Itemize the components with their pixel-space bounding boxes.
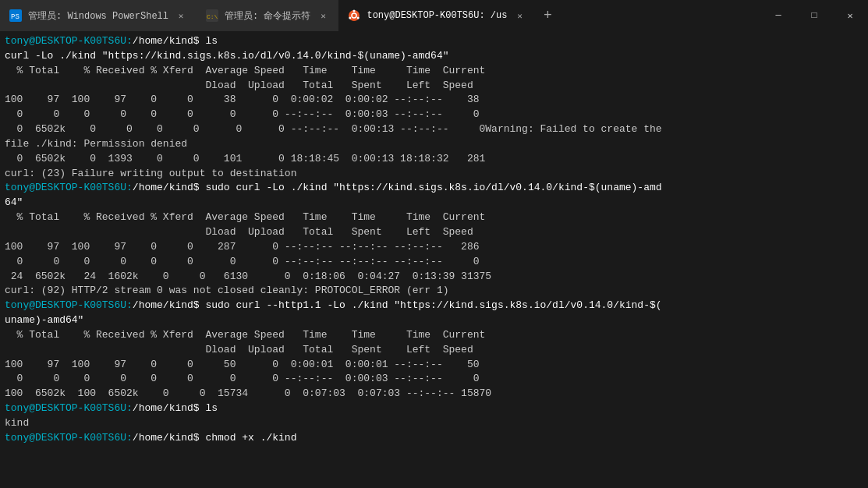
terminal-line-21: % Total % Received % Xferd Average Speed… xyxy=(5,328,863,343)
terminal-line-22: Dload Upload Total Spent Left Speed xyxy=(5,343,863,358)
terminal-line-3: % Total % Received % Xferd Average Speed… xyxy=(5,64,863,79)
terminal-line-20: uname)-amd64" xyxy=(5,313,863,328)
svg-point-8 xyxy=(349,17,352,19)
terminal-line-10: curl: (23) Failure writing output to des… xyxy=(5,167,863,182)
tab-cmd-close[interactable]: ✕ xyxy=(317,9,329,22)
svg-text:PS: PS xyxy=(11,13,19,21)
tab-ubuntu-label: tony@DESKTOP-K00TS6U: /us xyxy=(367,10,507,21)
terminal-line-8: file ./kind: Permission denied xyxy=(5,137,863,152)
ubuntu-icon xyxy=(348,9,360,22)
maximize-icon: □ xyxy=(811,10,817,21)
svg-point-7 xyxy=(357,17,360,19)
terminal-line-14: Dload Upload Total Spent Left Speed xyxy=(5,225,863,240)
terminal-line-26: tony@DESKTOP-K00TS6U:/home/kind$ ls xyxy=(5,401,863,416)
terminal-line-18: curl: (92) HTTP/2 stream 0 was not close… xyxy=(5,284,863,299)
close-icon: ✕ xyxy=(847,10,852,22)
svg-point-6 xyxy=(353,10,356,12)
terminal-line-27: kind xyxy=(5,416,863,431)
powershell-icon: PS xyxy=(9,9,22,22)
terminal-line-15: 100 97 100 97 0 0 287 0 --:--:-- --:--:-… xyxy=(5,240,863,255)
terminal-line-6: 0 0 0 0 0 0 0 0 --:--:-- 0:00:03 --:--:-… xyxy=(5,108,863,122)
terminal-line-7: 0 6502k 0 0 0 0 0 0 --:--:-- 0:00:13 --:… xyxy=(5,122,863,137)
minimize-icon: ─ xyxy=(775,10,781,21)
terminal-line-23: 100 97 100 97 0 0 50 0 0:00:01 0:00:01 -… xyxy=(5,358,863,373)
tab-ubuntu-close[interactable]: ✕ xyxy=(513,9,526,22)
terminal-line-9: 0 6502k 0 1393 0 0 101 0 18:18:45 0:00:1… xyxy=(5,152,863,167)
terminal-line-11: tony@DESKTOP-K00TS6U:/home/kind$ sudo cu… xyxy=(5,181,863,196)
tab-powershell-label: 管理员: Windows PowerShell xyxy=(28,9,168,23)
maximize-button[interactable]: □ xyxy=(796,0,832,31)
close-button[interactable]: ✕ xyxy=(832,0,868,31)
titlebar: PS 管理员: Windows PowerShell ✕ C:\ 管理员: 命令… xyxy=(0,0,868,31)
svg-text:C:\: C:\ xyxy=(207,13,218,20)
terminal-line-1: tony@DESKTOP-K00TS6U:/home/kind$ ls xyxy=(5,34,863,49)
minimize-button[interactable]: ─ xyxy=(760,0,796,31)
tab-powershell[interactable]: PS 管理员: Windows PowerShell ✕ xyxy=(0,0,197,31)
add-tab-button[interactable]: + xyxy=(535,3,560,28)
terminal-line-17: 24 6502k 24 1602k 0 0 6130 0 0:18:06 0:0… xyxy=(5,270,863,285)
terminal-line-24: 0 0 0 0 0 0 0 0 --:--:-- 0:00:03 --:--:-… xyxy=(5,372,863,387)
tab-cmd-label: 管理员: 命令提示符 xyxy=(225,9,310,23)
tab-ubuntu[interactable]: tony@DESKTOP-K00TS6U: /us ✕ xyxy=(338,0,535,31)
tab-cmd[interactable]: C:\ 管理员: 命令提示符 ✕ xyxy=(197,0,338,31)
terminal-line-4: Dload Upload Total Spent Left Speed xyxy=(5,79,863,94)
terminal-line-13: % Total % Received % Xferd Average Speed… xyxy=(5,210,863,225)
add-tab-icon: + xyxy=(544,8,552,23)
tab-powershell-close[interactable]: ✕ xyxy=(175,9,187,22)
terminal-area[interactable]: tony@DESKTOP-K00TS6U:/home/kind$ ls curl… xyxy=(0,31,868,488)
terminal-line-19: tony@DESKTOP-K00TS6U:/home/kind$ sudo cu… xyxy=(5,299,863,313)
terminal-line-28: tony@DESKTOP-K00TS6U:/home/kind$ chmod +… xyxy=(5,431,863,446)
terminal-line-25: 100 6502k 100 6502k 0 0 15734 0 0:07:03 … xyxy=(5,387,863,401)
terminal-line-2: curl -Lo ./kind "https://kind.sigs.k8s.i… xyxy=(5,49,863,64)
cmd-icon: C:\ xyxy=(206,9,218,22)
window-controls: ─ □ ✕ xyxy=(760,0,868,31)
terminal-line-16: 0 0 0 0 0 0 0 0 --:--:-- --:--:-- --:--:… xyxy=(5,255,863,270)
terminal-line-5: 100 97 100 97 0 0 38 0 0:00:02 0:00:02 -… xyxy=(5,93,863,108)
terminal-line-12: 64" xyxy=(5,196,863,210)
